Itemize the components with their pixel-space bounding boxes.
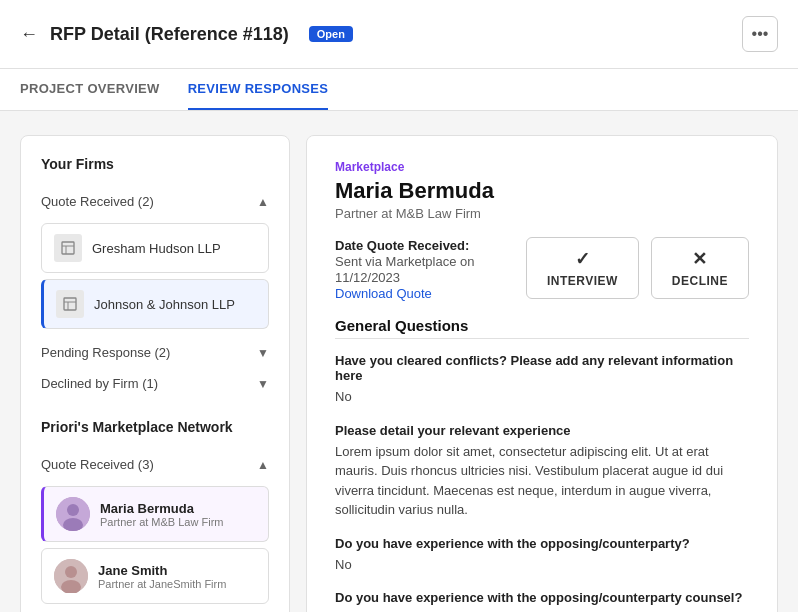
chevron-up-icon: ▲ (257, 195, 269, 209)
question-text: Do you have experience with the opposing… (335, 536, 749, 551)
main-content: Your Firms Quote Received (2) ▲ Gresham … (0, 111, 798, 612)
person-item[interactable]: Jane Smith Partner at JaneSmith Firm (41, 548, 269, 604)
people-list: Maria Bermuda Partner at M&B Law Firm (41, 486, 269, 604)
sidebar: Your Firms Quote Received (2) ▲ Gresham … (20, 135, 290, 612)
firm-icon (56, 290, 84, 318)
firm-item[interactable]: Johnson & Johnson LLP (41, 279, 269, 329)
pending-response-accordion[interactable]: Pending Response (2) ▼ (41, 337, 269, 368)
firm-item[interactable]: Gresham Hudson LLP (41, 223, 269, 273)
chevron-down-icon: ▼ (257, 346, 269, 360)
firm-name: Johnson & Johnson LLP (94, 297, 235, 312)
answer-text: No (335, 387, 749, 407)
your-firms-title: Your Firms (41, 156, 269, 172)
declined-label: Declined by Firm (1) (41, 376, 158, 391)
top-bar-left: ← RFP Detail (Reference #118) Open (20, 24, 353, 45)
chevron-up-icon: ▲ (257, 458, 269, 472)
page-title: RFP Detail (Reference #118) (50, 24, 289, 45)
firms-list: Gresham Hudson LLP Johnson & Johnson LLP (41, 223, 269, 329)
chevron-down-icon: ▼ (257, 377, 269, 391)
action-buttons: ✓ INTERVIEW ✕ DECLINE (526, 237, 749, 299)
person-item[interactable]: Maria Bermuda Partner at M&B Law Firm (41, 486, 269, 542)
question-block: Do you have experience with the opposing… (335, 536, 749, 575)
marketplace-section: Priori's Marketplace Network Quote Recei… (41, 419, 269, 604)
back-button[interactable]: ← (20, 24, 38, 45)
more-options-button[interactable]: ••• (742, 16, 778, 52)
checkmark-circle-icon: ✓ (575, 248, 591, 270)
quote-info: Date Quote Received: Sent via Marketplac… (335, 237, 526, 301)
quote-date: Sent via Marketplace on 11/12/2023 (335, 254, 474, 285)
pending-response-label: Pending Response (2) (41, 345, 170, 360)
decline-label: DECLINE (672, 274, 728, 288)
marketplace-section-title: Priori's Marketplace Network (41, 419, 269, 435)
marketplace-quote-received-accordion[interactable]: Quote Received (3) ▲ (41, 449, 269, 480)
detail-panel: Marketplace Maria Bermuda Partner at M&B… (306, 135, 778, 612)
question-text: Please detail your relevant experience (335, 423, 749, 438)
person-role: Partner at JaneSmith Firm (98, 578, 226, 590)
general-questions-header: General Questions (335, 317, 749, 339)
x-circle-icon: ✕ (692, 248, 708, 270)
svg-point-10 (65, 566, 77, 578)
download-quote-link[interactable]: Download Quote (335, 286, 432, 301)
person-info: Jane Smith Partner at JaneSmith Firm (98, 563, 226, 590)
quote-received-label: Quote Received (2) (41, 194, 154, 209)
question-text: Have you cleared conflicts? Please add a… (335, 353, 749, 383)
avatar (56, 497, 90, 531)
avatar (54, 559, 88, 593)
answer-text: Lorem ipsum dolor sit amet, consectetur … (335, 442, 749, 520)
question-text: Do you have experience with the opposing… (335, 590, 749, 605)
sidebar-card: Your Firms Quote Received (2) ▲ Gresham … (20, 135, 290, 612)
svg-rect-0 (62, 242, 74, 254)
question-block: Do you have experience with the opposing… (335, 590, 749, 612)
tabs-bar: PROJECT OVERVIEW REVIEW RESPONSES (0, 69, 798, 111)
detail-person-role: Partner at M&B Law Firm (335, 206, 749, 221)
question-block: Have you cleared conflicts? Please add a… (335, 353, 749, 407)
person-info: Maria Bermuda Partner at M&B Law Firm (100, 501, 223, 528)
decline-button[interactable]: ✕ DECLINE (651, 237, 749, 299)
interview-button[interactable]: ✓ INTERVIEW (526, 237, 639, 299)
top-row: Date Quote Received: Sent via Marketplac… (335, 237, 749, 317)
tab-review-responses[interactable]: REVIEW RESPONSES (188, 69, 329, 110)
firm-icon (54, 234, 82, 262)
person-name: Jane Smith (98, 563, 226, 578)
declined-accordion[interactable]: Declined by Firm (1) ▼ (41, 368, 269, 399)
person-role: Partner at M&B Law Firm (100, 516, 223, 528)
interview-label: INTERVIEW (547, 274, 618, 288)
top-bar: ← RFP Detail (Reference #118) Open ••• (0, 0, 798, 69)
svg-rect-3 (64, 298, 76, 310)
status-badge: Open (309, 26, 353, 42)
marketplace-label: Marketplace (335, 160, 749, 174)
quote-meta: Date Quote Received: Sent via Marketplac… (335, 237, 526, 317)
question-block: Please detail your relevant experience L… (335, 423, 749, 520)
person-name: Maria Bermuda (100, 501, 223, 516)
tab-project-overview[interactable]: PROJECT OVERVIEW (20, 69, 160, 110)
detail-person-name: Maria Bermuda (335, 178, 749, 204)
answer-text: No (335, 555, 749, 575)
firm-name: Gresham Hudson LLP (92, 241, 221, 256)
quote-received-accordion[interactable]: Quote Received (2) ▲ (41, 186, 269, 217)
more-icon: ••• (752, 25, 769, 43)
marketplace-quote-label: Quote Received (3) (41, 457, 154, 472)
quote-received-label: Date Quote Received: (335, 238, 469, 253)
svg-point-7 (67, 504, 79, 516)
